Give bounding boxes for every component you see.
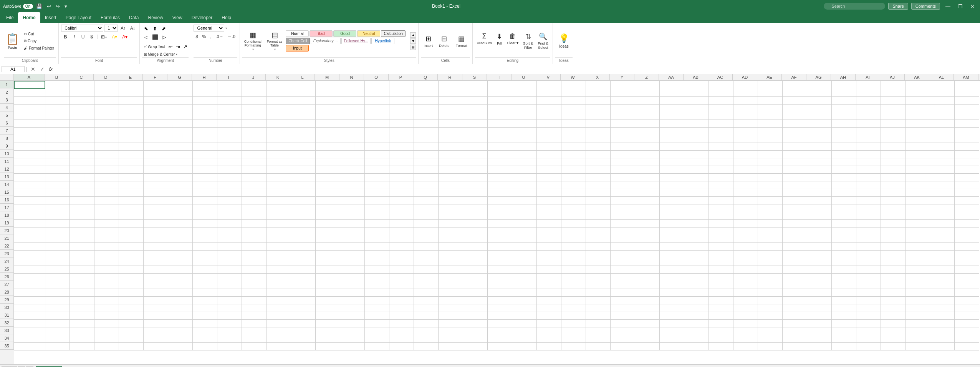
cell-H9[interactable] bbox=[192, 143, 217, 150]
cell-J6[interactable] bbox=[242, 120, 266, 127]
cell-N16[interactable] bbox=[340, 196, 364, 204]
cell-G33[interactable] bbox=[168, 327, 192, 335]
cell-AA30[interactable] bbox=[659, 304, 684, 312]
cell-AB27[interactable] bbox=[684, 281, 709, 289]
cell-AH16[interactable] bbox=[831, 196, 856, 204]
cell-AM6[interactable] bbox=[954, 120, 979, 127]
cell-AD17[interactable] bbox=[733, 204, 758, 212]
cell-H6[interactable] bbox=[192, 120, 217, 127]
cell-T7[interactable] bbox=[487, 127, 512, 135]
cell-X23[interactable] bbox=[586, 250, 610, 258]
cell-Q16[interactable] bbox=[414, 196, 438, 204]
cell-W28[interactable] bbox=[561, 289, 586, 296]
cell-R34[interactable] bbox=[438, 335, 463, 342]
cell-AM26[interactable] bbox=[954, 273, 979, 281]
cell-P22[interactable] bbox=[389, 242, 414, 250]
cell-Y9[interactable] bbox=[610, 143, 635, 150]
cell-Q6[interactable] bbox=[414, 120, 438, 127]
cell-J13[interactable] bbox=[242, 173, 266, 181]
cell-O2[interactable] bbox=[364, 89, 389, 96]
cell-P4[interactable] bbox=[389, 104, 414, 112]
cell-AB26[interactable] bbox=[684, 273, 709, 281]
cell-AA7[interactable] bbox=[659, 127, 684, 135]
cell-AJ4[interactable] bbox=[881, 104, 905, 112]
cell-AM33[interactable] bbox=[954, 327, 979, 335]
cell-B26[interactable] bbox=[45, 273, 70, 281]
cell-Z32[interactable] bbox=[635, 319, 659, 327]
cell-K30[interactable] bbox=[266, 304, 291, 312]
cell-M6[interactable] bbox=[315, 120, 340, 127]
cell-R31[interactable] bbox=[438, 312, 463, 319]
cell-O13[interactable] bbox=[364, 173, 389, 181]
cell-Y29[interactable] bbox=[610, 296, 635, 304]
row-num-16[interactable]: 16 bbox=[0, 196, 14, 204]
cell-E18[interactable] bbox=[119, 212, 143, 219]
delete-button[interactable]: ⊟ Delete bbox=[436, 33, 452, 49]
name-box[interactable] bbox=[2, 66, 25, 72]
cell-AD29[interactable] bbox=[733, 296, 758, 304]
cell-A23[interactable] bbox=[14, 250, 45, 258]
cell-E21[interactable] bbox=[119, 235, 143, 242]
cell-F34[interactable] bbox=[143, 335, 168, 342]
cell-AI32[interactable] bbox=[856, 319, 881, 327]
cell-G14[interactable] bbox=[168, 181, 192, 189]
cell-Y17[interactable] bbox=[610, 204, 635, 212]
col-header-P[interactable]: P bbox=[389, 74, 413, 80]
cell-Q34[interactable] bbox=[414, 335, 438, 342]
cell-AM10[interactable] bbox=[954, 150, 979, 158]
cell-U26[interactable] bbox=[512, 273, 536, 281]
cell-F27[interactable] bbox=[143, 281, 168, 289]
cell-AF25[interactable] bbox=[782, 266, 807, 273]
cell-AC32[interactable] bbox=[709, 319, 733, 327]
cell-V27[interactable] bbox=[536, 281, 561, 289]
cell-M5[interactable] bbox=[315, 112, 340, 120]
cell-AF14[interactable] bbox=[782, 181, 807, 189]
cell-AC28[interactable] bbox=[709, 289, 733, 296]
cell-O22[interactable] bbox=[364, 242, 389, 250]
cell-AJ5[interactable] bbox=[881, 112, 905, 120]
cell-AI24[interactable] bbox=[856, 258, 881, 266]
cell-AB16[interactable] bbox=[684, 196, 709, 204]
italic-button[interactable]: I bbox=[70, 33, 78, 41]
cell-AE2[interactable] bbox=[758, 89, 782, 96]
cell-AL26[interactable] bbox=[930, 273, 954, 281]
cell-K8[interactable] bbox=[266, 135, 291, 143]
cell-AM32[interactable] bbox=[954, 319, 979, 327]
cell-AJ13[interactable] bbox=[881, 173, 905, 181]
cell-AL25[interactable] bbox=[930, 266, 954, 273]
cell-AF15[interactable] bbox=[782, 189, 807, 196]
cell-R7[interactable] bbox=[438, 127, 463, 135]
ribbon-tab-developer[interactable]: Developer bbox=[187, 12, 217, 23]
cell-AD34[interactable] bbox=[733, 335, 758, 342]
cell-T13[interactable] bbox=[487, 173, 512, 181]
cell-AK23[interactable] bbox=[905, 250, 930, 258]
cell-AL27[interactable] bbox=[930, 281, 954, 289]
cell-M18[interactable] bbox=[315, 212, 340, 219]
cell-D22[interactable] bbox=[94, 242, 119, 250]
cell-P15[interactable] bbox=[389, 189, 414, 196]
cell-AD21[interactable] bbox=[733, 235, 758, 242]
cell-C21[interactable] bbox=[70, 235, 94, 242]
comments-button[interactable]: Comments bbox=[911, 3, 940, 10]
cell-L22[interactable] bbox=[291, 242, 315, 250]
cell-H4[interactable] bbox=[192, 104, 217, 112]
cell-C24[interactable] bbox=[70, 258, 94, 266]
cell-H19[interactable] bbox=[192, 219, 217, 227]
cell-J33[interactable] bbox=[242, 327, 266, 335]
cell-AE7[interactable] bbox=[758, 127, 782, 135]
cell-AI29[interactable] bbox=[856, 296, 881, 304]
cell-P2[interactable] bbox=[389, 89, 414, 96]
cell-B31[interactable] bbox=[45, 312, 70, 319]
cell-AM4[interactable] bbox=[954, 104, 979, 112]
cell-L27[interactable] bbox=[291, 281, 315, 289]
cell-I7[interactable] bbox=[217, 127, 242, 135]
cell-R26[interactable] bbox=[438, 273, 463, 281]
cell-AM16[interactable] bbox=[954, 196, 979, 204]
cell-M30[interactable] bbox=[315, 304, 340, 312]
cell-N7[interactable] bbox=[340, 127, 364, 135]
cell-I33[interactable] bbox=[217, 327, 242, 335]
cell-R19[interactable] bbox=[438, 219, 463, 227]
cell-AB5[interactable] bbox=[684, 112, 709, 120]
cell-AM30[interactable] bbox=[954, 304, 979, 312]
cell-S34[interactable] bbox=[463, 335, 487, 342]
